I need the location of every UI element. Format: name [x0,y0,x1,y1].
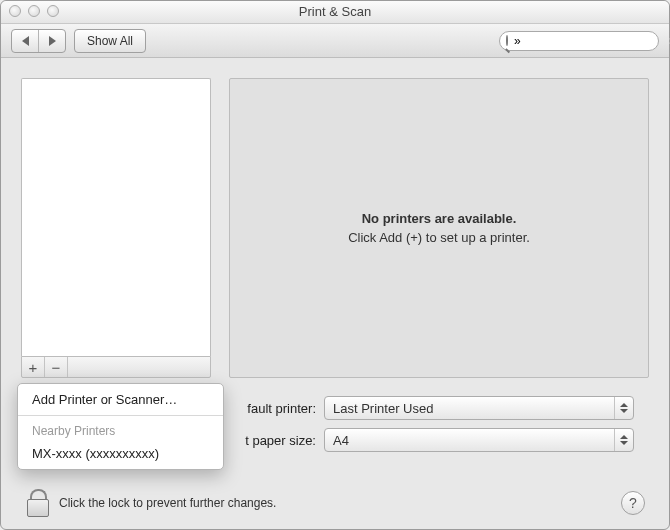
help-button[interactable]: ? [621,491,645,515]
search-field[interactable] [499,31,659,51]
forward-button[interactable] [39,30,65,52]
default-paper-size-value: A4 [333,433,349,448]
nav-segmented-control [11,29,66,53]
print-and-scan-window: Print & Scan Show All [0,0,670,530]
remove-printer-button[interactable]: − [45,357,68,377]
titlebar: Print & Scan [1,1,669,24]
lock-row: Click the lock to prevent further change… [25,489,645,517]
default-printer-popup[interactable]: Last Printer Used [324,396,634,420]
printer-list-footer: + − [21,356,211,378]
chevron-right-icon [49,36,56,46]
lock-button[interactable] [25,489,49,517]
help-icon: ? [629,495,637,511]
menu-separator [18,415,223,416]
popup-arrows-icon [614,429,633,451]
minus-icon: − [52,360,61,375]
toolbar: Show All [1,24,669,58]
search-icon [506,35,508,46]
add-printer-button[interactable]: + [22,357,45,377]
search-input[interactable] [508,33,666,49]
back-button[interactable] [12,30,39,52]
no-printers-line-2: Click Add (+) to set up a printer. [348,230,530,245]
add-printer-menu: Add Printer or Scanner… Nearby Printers … [17,383,224,470]
printer-sidebar: + − [21,78,211,378]
show-all-label: Show All [87,34,133,48]
chevron-left-icon [22,36,29,46]
no-printers-line-1: No printers are available. [362,211,517,226]
show-all-button[interactable]: Show All [74,29,146,53]
default-printer-value: Last Printer Used [333,401,433,416]
menu-item-add-printer-or-scanner[interactable]: Add Printer or Scanner… [18,388,223,411]
menu-section-nearby-printers: Nearby Printers [18,420,223,442]
menu-item-nearby-printer-1[interactable]: MX-xxxx (xxxxxxxxxx) [18,442,223,465]
lock-text: Click the lock to prevent further change… [59,496,276,510]
default-paper-size-popup[interactable]: A4 [324,428,634,452]
printer-detail-pane: No printers are available. Click Add (+)… [229,78,649,378]
lock-body-icon [27,499,49,517]
window-title: Print & Scan [1,4,669,19]
printer-list[interactable] [21,78,211,356]
plus-icon: + [29,360,38,375]
popup-arrows-icon [614,397,633,419]
